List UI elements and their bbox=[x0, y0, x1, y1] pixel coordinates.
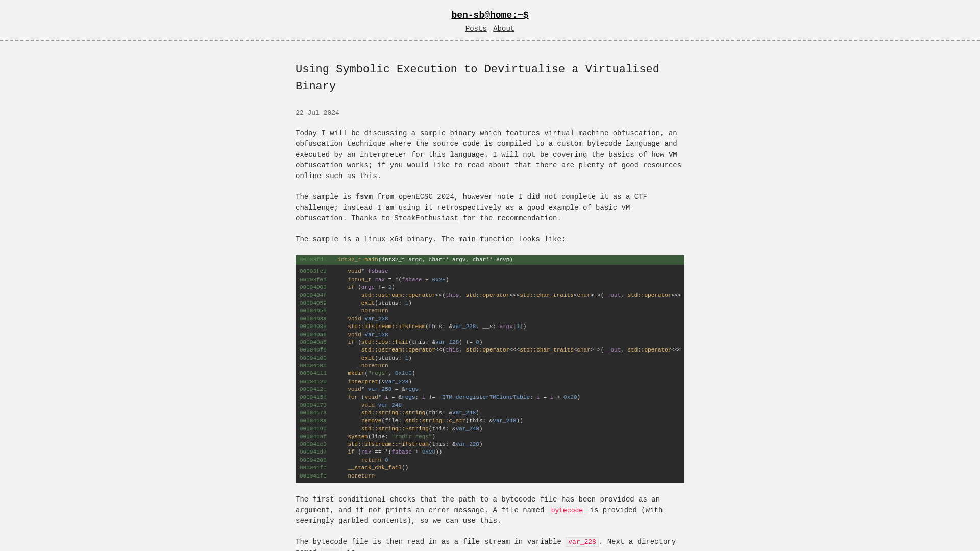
steakenthusiast-link[interactable]: SteakEnthusiast bbox=[394, 214, 458, 222]
regs-inline-code: regs bbox=[321, 548, 342, 551]
code-row: 000041c3 std::ifstream::~ifstream(this: … bbox=[300, 441, 680, 448]
code-row: 0000418a remove(file: std::string::c_str… bbox=[300, 417, 680, 425]
code-row: 0000408a std::ifstream::ifstream(this: &… bbox=[300, 323, 680, 331]
nav-about-link[interactable]: About bbox=[493, 24, 514, 33]
code-header: 00003fd0 int32_t main(int32_t argc, char… bbox=[296, 255, 684, 265]
code-row: 00004173 std::string::string(this: &var_… bbox=[300, 409, 680, 417]
disassembly-code-block: 00003fd0 int32_t main(int32_t argc, char… bbox=[296, 255, 684, 483]
header-type: int32_t bbox=[338, 257, 361, 263]
code-row: 0000412c void* var_258 = &regs bbox=[300, 386, 680, 393]
p5-prefix: The bytecode file is then read in as a f… bbox=[296, 538, 566, 546]
nav-posts-link[interactable]: Posts bbox=[465, 24, 487, 33]
p5-suffix: is bbox=[342, 548, 355, 551]
var228-inline-code: var_228 bbox=[566, 537, 599, 547]
intro-paragraph: Today I will be discussing a sample bina… bbox=[296, 128, 684, 182]
post-title: Using Symbolic Execution to Devirtualise… bbox=[296, 61, 684, 95]
post-date: 22 Jul 2024 bbox=[296, 109, 684, 117]
header-addr: 00003fd0 bbox=[300, 256, 334, 264]
code-row: 00003fed int64_t rax = *(fsbase + 0x28) bbox=[300, 276, 680, 284]
bytecode-file-paragraph: The bytecode file is then read in as a f… bbox=[296, 537, 684, 551]
code-row: 00004208 return 0 bbox=[300, 457, 680, 464]
this-link[interactable]: this bbox=[360, 172, 377, 180]
bytecode-inline-code: bytecode bbox=[549, 506, 585, 515]
code-row: 00003fed void* fsbase bbox=[300, 268, 680, 276]
code-row: 00004059 noreturn bbox=[300, 307, 680, 315]
code-row: 0000415d for (void* i = &regs; i != _ITM… bbox=[300, 394, 680, 402]
code-row: 00004111 mkdir("regs", 0x1c0) bbox=[300, 370, 680, 378]
code-row: 000041fc __stack_chk_fail() bbox=[300, 464, 680, 472]
site-header: ben-sb@home:~$ Posts About bbox=[0, 0, 980, 41]
code-row: 000040a6 void var_128 bbox=[300, 331, 680, 339]
code-row: 00004100 noreturn bbox=[300, 362, 680, 370]
code-row: 00004059 exit(status: 1) bbox=[300, 299, 680, 307]
nav: Posts About bbox=[0, 24, 980, 33]
code-row: 00004003 if (argc != 2) bbox=[300, 284, 680, 291]
p2-prefix: The sample is bbox=[296, 193, 356, 201]
p2-suffix: for the recommendation. bbox=[458, 214, 561, 222]
code-row: 0000404f std::ostream::operator<<(this, … bbox=[300, 292, 680, 299]
binary-paragraph: The sample is a Linux x64 binary. The ma… bbox=[296, 234, 684, 245]
code-row: 000041af system(line: "rmdir regs") bbox=[300, 433, 680, 441]
p1-suffix: . bbox=[377, 172, 381, 180]
code-row: 00004120 interpret(&var_228) bbox=[300, 378, 680, 386]
code-row: 00004173 void var_248 bbox=[300, 402, 680, 409]
p1-text: Today I will be discussing a sample bina… bbox=[296, 129, 681, 180]
code-row: 0000408a void var_228 bbox=[300, 315, 680, 323]
conditional-paragraph: The first conditional checks that the pa… bbox=[296, 494, 684, 527]
code-row: 000041fc noreturn bbox=[300, 472, 680, 480]
code-row: 000040a6 if (std::ios::fail(this: &var_1… bbox=[300, 339, 680, 346]
fsvm-bold: fsvm bbox=[356, 193, 373, 201]
main-container: Using Symbolic Execution to Devirtualise… bbox=[296, 41, 684, 551]
sample-paragraph: The sample is fsvm from openECSC 2024, h… bbox=[296, 192, 684, 224]
code-row: 00004199 std::string::~string(this: &var… bbox=[300, 425, 680, 433]
header-func: main bbox=[364, 257, 378, 263]
site-title-link[interactable]: ben-sb@home:~$ bbox=[0, 10, 980, 20]
header-params: (int32_t argc, char** argv, char** envp) bbox=[378, 257, 513, 263]
post-body: Today I will be discussing a sample bina… bbox=[296, 128, 684, 551]
code-row: 000041d7 if (rax == *(fsbase + 0x28)) bbox=[300, 448, 680, 456]
code-body: 00003fed void* fsbase00003fed int64_t ra… bbox=[296, 265, 684, 483]
code-row: 000040f6 std::ostream::operator<<(this, … bbox=[300, 346, 680, 354]
code-row: 00004100 exit(status: 1) bbox=[300, 355, 680, 362]
